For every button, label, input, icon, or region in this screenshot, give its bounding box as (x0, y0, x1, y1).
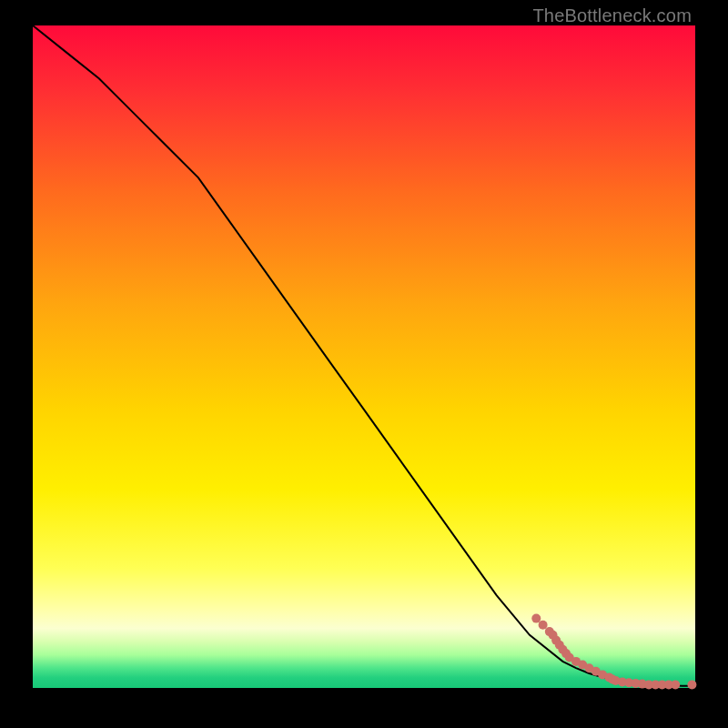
chart-overlay (33, 25, 695, 688)
chart-points (531, 614, 696, 690)
chart-area (33, 25, 695, 688)
data-point (671, 680, 680, 689)
attribution-text: TheBottleneck.com (532, 5, 692, 26)
curve-line (33, 25, 695, 686)
data-point (531, 614, 541, 623)
chart-curve (33, 25, 695, 686)
data-point (539, 621, 548, 630)
data-point (687, 680, 696, 689)
